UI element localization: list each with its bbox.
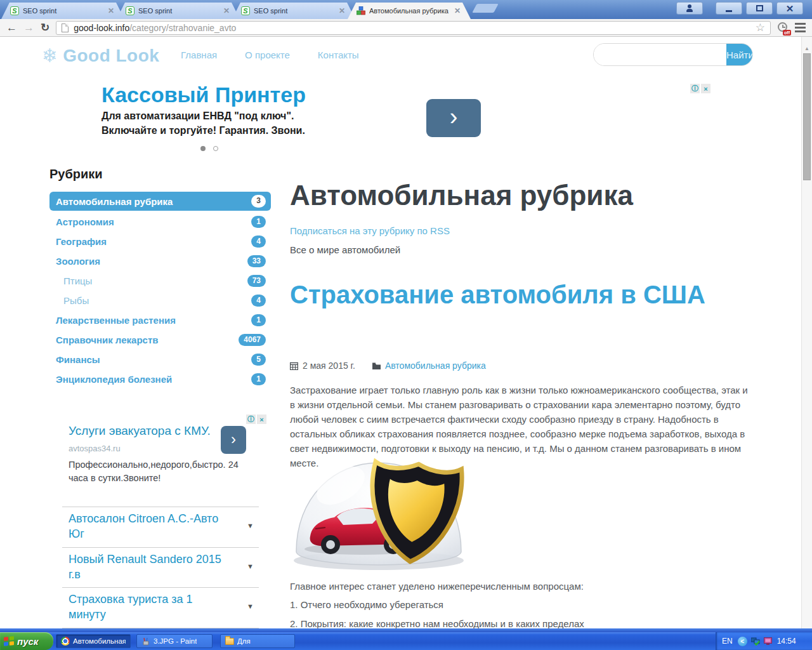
category-label: Лекарственные растения — [56, 315, 176, 326]
start-button[interactable]: пуск — [0, 632, 53, 650]
new-tab-button[interactable] — [472, 4, 498, 13]
clock-time[interactable]: 14:54 — [777, 637, 796, 646]
menu-icon[interactable] — [795, 23, 806, 32]
minimize-button[interactable] — [716, 2, 742, 15]
next-arrow-icon: › — [450, 105, 458, 129]
back-icon[interactable]: ← — [6, 22, 17, 33]
tray-collapse-icon[interactable]: < — [738, 637, 747, 646]
ad-link[interactable]: Новый Renault Sandero 2015 г.в — [69, 552, 224, 583]
minimize-icon — [726, 10, 732, 12]
seo-sprint-favicon: S — [126, 6, 134, 15]
ad-title-link[interactable]: Кассовый Принтер — [102, 83, 714, 107]
sidebar-item-drugs[interactable]: Справочник лекарств 4067 — [49, 330, 271, 350]
rss-subscribe-link[interactable]: Подписаться на эту рубрику по RSS — [290, 225, 450, 236]
category-count-badge: 4067 — [239, 334, 266, 346]
url-text[interactable]: good-look.info/category/strahovanie_avto — [74, 23, 750, 33]
sidebar-item-astronomy[interactable]: Астрономия 1 — [49, 212, 271, 232]
nav-contacts-link[interactable]: Контакты — [318, 50, 359, 60]
dropdown-arrow-icon[interactable]: ▼ — [247, 522, 254, 529]
forward-icon[interactable]: → — [23, 22, 34, 33]
bookmark-star-icon[interactable]: ☆ — [756, 22, 765, 33]
next-arrow-icon: › — [231, 432, 236, 447]
adchoices-info-icon[interactable]: ⓘ — [690, 84, 700, 93]
site-nav: Главная О проекте Контакты — [181, 50, 359, 60]
sidebar-ad[interactable]: ⓘ × Услуги эвакуатора с КМУ. › avtospas3… — [69, 415, 266, 485]
scrollbar-thumb[interactable] — [803, 53, 811, 180]
taskbar-task-paint[interactable]: 3.JPG - Paint — [136, 634, 213, 648]
desktop-screen: S SEO sprint ✕ S SEO sprint ✕ S SEO spri… — [0, 0, 812, 650]
tab-seo-sprint-2[interactable]: S SEO sprint ✕ — [117, 3, 240, 19]
list-item[interactable]: Автосалон Citroen A.C.-Авто Юг ▼ — [62, 507, 259, 547]
webpage: ❄ Good Look Главная О проекте Контакты Н… — [0, 37, 812, 628]
site-logo[interactable]: ❄ Good Look — [42, 44, 159, 67]
sidebar-ad-text: Профессионально,недорого,быстро. 24 часа… — [69, 458, 249, 485]
tab-active-article[interactable]: Автомобильная рубрика ✕ — [348, 3, 471, 19]
category-label: Птицы — [63, 275, 92, 286]
profile-button[interactable] — [676, 2, 703, 15]
page-scrollbar[interactable]: ▲ — [801, 37, 812, 628]
list-item[interactable]: Страховка туриста за 1 минуту ▼ — [62, 587, 259, 628]
dropdown-arrow-icon[interactable]: ▼ — [247, 602, 254, 610]
tab-close-icon[interactable]: ✕ — [339, 7, 345, 15]
adchoices-info-icon[interactable]: ⓘ — [246, 415, 256, 424]
top-ad-banner[interactable]: Кассовый Принтер Для автоматизации ЕНВД … — [102, 83, 714, 159]
tab-title: SEO sprint — [254, 7, 335, 15]
search-button[interactable]: Найти — [726, 44, 753, 65]
article-list-item: 2. Покрытия: какие конкретно нам необход… — [290, 618, 584, 628]
chrome-icon — [61, 637, 70, 646]
dropdown-arrow-icon[interactable]: ▼ — [247, 562, 254, 570]
taskbar-task-browser[interactable]: Автомобильная руб... — [56, 634, 131, 648]
folder-yellow-icon — [225, 638, 234, 645]
sidebar-ad-next-button[interactable]: › — [221, 426, 246, 454]
close-icon: ✕ — [786, 4, 794, 13]
restore-button[interactable] — [746, 2, 773, 15]
sidebar-item-fish[interactable]: Рыбы 4 — [49, 291, 271, 310]
tab-seo-sprint-1[interactable]: S SEO sprint ✕ — [1, 3, 124, 19]
url-path: /category/strahovanie_avto — [129, 23, 236, 33]
close-window-button[interactable]: ✕ — [776, 2, 803, 15]
page-title: Автомобильная рубрика — [290, 180, 633, 211]
carousel-dot-active[interactable] — [200, 146, 206, 151]
tab-close-icon[interactable]: ✕ — [223, 7, 230, 15]
taskbar-task-folder[interactable]: Для — [220, 634, 295, 648]
article-category-link[interactable]: Автомобильная рубрика — [385, 361, 486, 371]
adchoices-close-icon[interactable]: × — [257, 415, 266, 424]
carousel-dot[interactable] — [213, 146, 218, 151]
category-label: Справочник лекарств — [56, 335, 158, 345]
sidebar-item-diseases[interactable]: Энциклопедия болезней 1 — [49, 369, 271, 389]
tab-close-icon[interactable]: ✕ — [454, 7, 461, 15]
language-indicator[interactable]: EN — [722, 637, 733, 646]
tab-seo-sprint-3[interactable]: S SEO sprint ✕ — [232, 3, 355, 19]
tab-close-icon[interactable]: ✕ — [108, 7, 114, 15]
sidebar-item-avto[interactable]: Автомобильная рубрика 3 — [49, 192, 271, 211]
sidebar-item-herbs[interactable]: Лекарственные растения 1 — [49, 310, 271, 330]
ad-link[interactable]: Страховка туриста за 1 минуту — [69, 592, 224, 623]
ad-next-button[interactable]: › — [426, 99, 481, 137]
article-title-link[interactable]: Страхование автомобиля в США — [290, 277, 734, 312]
sidebar-item-geography[interactable]: География 4 — [49, 232, 271, 251]
sidebar-ad-title-link[interactable]: Услуги эвакуатора с КМУ. — [69, 423, 218, 439]
category-label: География — [56, 236, 107, 247]
list-item[interactable]: Новый Renault Sandero 2015 г.в ▼ — [62, 547, 259, 588]
category-label: Энциклопедия болезней — [56, 374, 172, 385]
tray-display-icon[interactable] — [764, 637, 772, 645]
extension-clock-off-icon[interactable]: off — [777, 22, 789, 34]
task-label: Для — [237, 637, 251, 645]
tray-network-icon[interactable] — [751, 637, 760, 646]
sidebar-item-finance[interactable]: Финансы 5 — [49, 350, 271, 369]
adchoices-close-icon[interactable]: × — [701, 84, 710, 93]
category-count-badge: 4 — [251, 295, 266, 307]
ad-link[interactable]: Автосалон Citroen A.C.-Авто Юг — [69, 511, 224, 542]
scroll-up-icon[interactable]: ▲ — [804, 46, 809, 51]
sidebar-item-zoology[interactable]: Зоология 33 — [49, 251, 271, 271]
sidebar-item-birds[interactable]: Птицы 73 — [49, 271, 271, 291]
url-domain: good-look.info — [74, 23, 129, 33]
category-label: Астрономия — [56, 216, 114, 227]
nav-home-link[interactable]: Главная — [181, 50, 217, 60]
category-label: Зоология — [56, 256, 100, 267]
seo-sprint-favicon: S — [10, 6, 19, 15]
address-bar[interactable]: good-look.info/category/strahovanie_avto… — [56, 21, 771, 35]
refresh-icon[interactable]: ↻ — [41, 22, 49, 33]
search-input[interactable] — [594, 44, 726, 65]
nav-about-link[interactable]: О проекте — [245, 50, 290, 60]
